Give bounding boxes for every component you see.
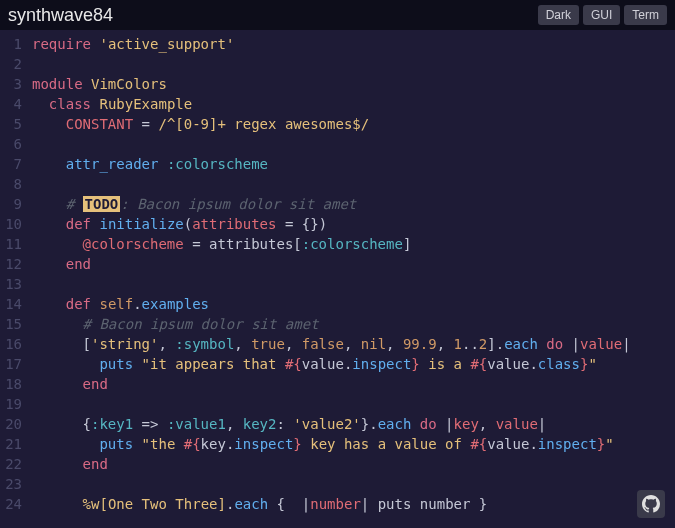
code-line: module VimColors bbox=[32, 74, 675, 94]
header: synthwave84 Dark GUI Term bbox=[0, 0, 675, 30]
code-line: CONSTANT = /^[0-9]+ regex awesomes$/ bbox=[32, 114, 675, 134]
code-line: puts "it appears that #{value.inspect} i… bbox=[32, 354, 675, 374]
dark-button[interactable]: Dark bbox=[538, 5, 579, 25]
line-number: 18 bbox=[0, 374, 32, 394]
code-line: require 'active_support' bbox=[32, 34, 675, 54]
line-number: 14 bbox=[0, 294, 32, 314]
code-line: puts "the #{key.inspect} key has a value… bbox=[32, 434, 675, 454]
line-number: 19 bbox=[0, 394, 32, 414]
code-line: attr_reader :colorscheme bbox=[32, 154, 675, 174]
line-number: 5 bbox=[0, 114, 32, 134]
line-number: 20 bbox=[0, 414, 32, 434]
line-number: 6 bbox=[0, 134, 32, 154]
line-number: 22 bbox=[0, 454, 32, 474]
line-number: 17 bbox=[0, 354, 32, 374]
code-line: ['string', :symbol, true, false, nil, 99… bbox=[32, 334, 675, 354]
code-line: # Bacon ipsum dolor sit amet bbox=[32, 314, 675, 334]
code-editor[interactable]: 1require 'active_support' 2 3module VimC… bbox=[0, 30, 675, 528]
code-line: def self.examples bbox=[32, 294, 675, 314]
todo-highlight: TODO bbox=[83, 196, 121, 212]
line-number: 1 bbox=[0, 34, 32, 54]
code-line: end bbox=[32, 374, 675, 394]
line-number: 8 bbox=[0, 174, 32, 194]
line-number: 11 bbox=[0, 234, 32, 254]
github-button[interactable] bbox=[637, 490, 665, 518]
line-number: 13 bbox=[0, 274, 32, 294]
line-number: 3 bbox=[0, 74, 32, 94]
line-number: 10 bbox=[0, 214, 32, 234]
code-line: class RubyExample bbox=[32, 94, 675, 114]
line-number: 24 bbox=[0, 494, 32, 514]
github-icon bbox=[642, 495, 660, 513]
line-number: 15 bbox=[0, 314, 32, 334]
code-line: @colorscheme = attributes[:colorscheme] bbox=[32, 234, 675, 254]
line-number: 9 bbox=[0, 194, 32, 214]
code-line: # TODO: Bacon ipsum dolor sit amet bbox=[32, 194, 675, 214]
header-buttons: Dark GUI Term bbox=[538, 5, 667, 25]
gui-button[interactable]: GUI bbox=[583, 5, 620, 25]
theme-title: synthwave84 bbox=[8, 5, 113, 26]
code-line: {:key1 => :value1, key2: 'value2'}.each … bbox=[32, 414, 675, 434]
line-number: 23 bbox=[0, 474, 32, 494]
term-button[interactable]: Term bbox=[624, 5, 667, 25]
line-number: 4 bbox=[0, 94, 32, 114]
code-line: end bbox=[32, 254, 675, 274]
line-number: 21 bbox=[0, 434, 32, 454]
code-line: def initialize(attributes = {}) bbox=[32, 214, 675, 234]
code-line: end bbox=[32, 454, 675, 474]
code-line: %w[One Two Three].each { |number| puts n… bbox=[32, 494, 675, 514]
line-number: 7 bbox=[0, 154, 32, 174]
line-number: 12 bbox=[0, 254, 32, 274]
line-number: 16 bbox=[0, 334, 32, 354]
line-number: 2 bbox=[0, 54, 32, 74]
